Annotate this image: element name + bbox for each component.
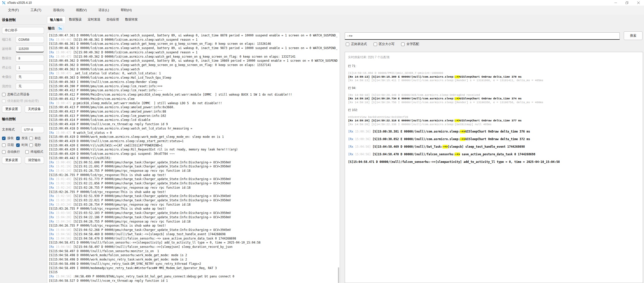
search-results-panel[interactable]: 实时搜索结果: 找到 7 个匹配项 行 71:[S]14:59:15.056 D…	[345, 52, 643, 283]
checkbox-label: 日期	[7, 143, 14, 147]
field-value-波特率[interactable]: 115200	[16, 46, 44, 52]
field-value-停止位[interactable]: 1	[16, 64, 44, 71]
search-summary: 实时搜索结果: 找到 7 个匹配项	[348, 55, 640, 59]
text-format-select[interactable]: UTF-8	[21, 126, 44, 133]
rx-tag: [Rx	[49, 182, 56, 185]
rx-time: 15:02:50]	[56, 194, 73, 198]
menu-item-视图(V)[interactable]: 视图(V)	[73, 7, 90, 13]
rx-time: 15:03:20]	[56, 199, 73, 202]
tab-定时发送[interactable]: 定时发送	[85, 16, 103, 23]
checkbox-接收[interactable]: 接收	[2, 136, 16, 140]
log-text: [S]15:04:58.497 D 00000/(null)/falcon_se…	[73, 245, 233, 249]
rx-tag: [Rx	[348, 145, 355, 148]
menu-item-选项(O)[interactable]: 选项(O)	[50, 7, 67, 13]
restore-button[interactable]	[621, 0, 633, 6]
log-line: [Rx 15:00:49] [S]15:00:51.608 P 00000/pm…	[49, 160, 340, 165]
close-button[interactable]	[633, 0, 644, 6]
checkbox-区分大小写[interactable]: 区分大小写	[374, 42, 395, 46]
match-highlight: -+>	[455, 97, 460, 100]
tab-数据转发[interactable]: 数据转发	[122, 16, 141, 23]
rx-time: 15:04:20]	[56, 215, 73, 219]
more-output-settings-button[interactable]: 更多设置	[2, 157, 21, 164]
plot-toggle-button[interactable]	[57, 25, 63, 31]
rx-tag: [Rx	[348, 137, 355, 141]
divider	[2, 24, 46, 25]
field-value-流控位[interactable]: 无	[16, 83, 44, 90]
menu-item-文件(F)[interactable]: 文件(F)	[5, 7, 22, 13]
checkbox-正则表达式[interactable]: 正则表达式	[346, 42, 367, 46]
checkbox-全字匹配[interactable]: 全字匹配	[401, 42, 419, 46]
context-line: [Rx 14:59:13] [S]14:59:15.411 I 00000/(n…	[348, 79, 640, 82]
search-query-text: -+>	[347, 34, 353, 38]
log-line: [S]15:04:58.499 I 00000/modemadp/sync_re…	[49, 266, 340, 270]
log-line: [S]15:04:58.498 D 00000/(null)/sync_retr…	[49, 262, 340, 266]
log-line: [S]15	[49, 270, 340, 274]
checkbox-忽略已占用设备[interactable]: 忽略已占用设备	[2, 92, 46, 97]
checkbox-label: 时间	[21, 143, 28, 147]
checkbox-终端模式[interactable]: 终端模式	[25, 150, 43, 154]
checkbox-box	[16, 143, 20, 147]
log-text: [S]15:00:49.362 D 00000/lcd/com.asrmicro…	[73, 51, 198, 54]
checkbox-box	[401, 42, 405, 46]
menu-item-工具(T)[interactable]: 工具(T)	[28, 7, 44, 13]
log-text: [S]15:00:49.418 D 00000/lcd/com.asrmicro…	[49, 127, 192, 130]
match-highlight: -+>	[460, 130, 465, 133]
match-post: UISleepChart OnDraw delta_time 377 ms	[460, 119, 521, 122]
tab-输入输出[interactable]: 输入输出	[47, 16, 66, 23]
close-device-button[interactable]: 关闭设备	[25, 105, 44, 113]
log-text: [S]15:03:26.755 P 00000/lcd/rpc_response…	[49, 207, 166, 210]
matched-line: [Rx 14:59:13] [S]14:59:15.389 E 00000/(n…	[348, 75, 640, 79]
rx-time: 15:04:56]	[355, 145, 373, 148]
checkbox-优化帧处理 (粘包处理)[interactable]: 优化帧处理 (粘包处理)	[2, 99, 46, 103]
log-line: [S]15:00:49.420 D 00000/lcd/com.asrmicro…	[49, 152, 340, 156]
log-scrollbar[interactable]	[338, 267, 339, 283]
checkbox-标志[interactable]: 标志	[29, 136, 41, 140]
field-row-停止位: 停止位1	[2, 64, 44, 71]
field-value-奇偶位[interactable]: 无	[16, 74, 44, 80]
log-text: [S]15:04:58.471 D 00000/(null)/falcon_se…	[49, 241, 261, 244]
field-value-端口名[interactable]: COM58	[16, 36, 44, 43]
rx-tag: [Rx	[49, 186, 56, 189]
more-settings-button[interactable]: 更多设置	[2, 105, 21, 113]
search-button[interactable]: 搜索	[624, 31, 642, 40]
serial-log-output[interactable]: [S]15:00:47.361 D 00000/lcd/com.asrmicro…	[47, 32, 340, 283]
log-line: [Rx 15:00:47] [S]15:00:49.362 D 00000/lc…	[49, 50, 340, 55]
menu-item-语言(L)[interactable]: 语言(L)	[95, 7, 112, 13]
device-type-select[interactable]: 串口助手	[2, 27, 44, 34]
match-pre: [S]15:04:58.469 D 00000/(null)/Swt_Task:	[373, 145, 443, 148]
menu-item-帮助(H)[interactable]: 帮助(H)	[118, 7, 135, 13]
log-line: [Rx 15:02:50] [S]15:02:51.939 P 00000/pm…	[49, 194, 340, 198]
log-text: [S]15:03:52.103 P 00000/pmu/charge_task:…	[73, 211, 231, 215]
rx-tag: [Rx	[49, 177, 56, 181]
checkbox-时间[interactable]: 时间	[16, 143, 29, 147]
checkbox-label: 发送	[21, 136, 28, 140]
log-line: [Rx 15:00:47] p:pmic816_sleep_module_set…	[49, 101, 340, 105]
field-row-奇偶位: 奇偶位无	[2, 74, 44, 80]
minimize-button[interactable]	[610, 0, 621, 6]
log-line: [S]15:04:58.498 D 00000/work_mode/sync_r…	[49, 257, 340, 262]
match-pre: [Rx 14:59:18] [S]14:59:20.734 E 00000/(n…	[348, 97, 455, 100]
rx-tag: [Rx	[49, 72, 56, 75]
context-line: [S]14:59:15.056 D 00000/PMIC/pmic_SEVER_…	[348, 71, 640, 75]
rx-tag: [Rx	[49, 38, 56, 41]
checkbox-发送[interactable]: 发送	[16, 136, 29, 140]
log-line: [Rx 15:04:56] [S]15:04:58.497 D 00000/(n…	[49, 245, 340, 249]
clear-output-button[interactable]: 清空输出	[25, 157, 44, 164]
checkbox-日期[interactable]: 日期	[2, 143, 16, 147]
checkbox-毫秒[interactable]: 毫秒	[29, 143, 41, 147]
match-post: save_active_posture_data_task 0 17442686…	[460, 153, 535, 156]
tab-数据预设[interactable]: 数据预设	[66, 16, 84, 23]
match-pre: [S]15:00:38.381 E 00000/(null)/com.asrmi…	[373, 130, 460, 133]
rx-tag: [Rx	[49, 55, 56, 58]
field-value-数据位[interactable]: 8	[16, 55, 44, 62]
checkbox-自动换行[interactable]: 自动换行	[2, 150, 25, 154]
rx-time: 15:04:50]	[56, 228, 73, 232]
log-line: [Rx 15:04:24] [S]15:04:26.755 P 00000/pm…	[49, 220, 340, 224]
log-line: [S]15:04:58.497 D 00000/(null)/falcon_se…	[49, 249, 340, 253]
rx-time: 15:00:47]	[56, 101, 73, 105]
log-line: [S]15:04:58.498 D 00000/work_mode/falcon…	[49, 253, 340, 257]
rx-time: 15:03:50]	[56, 211, 73, 215]
tab-自动应答[interactable]: 自动应答	[104, 16, 122, 23]
rx-time: 15:04:56]	[56, 275, 73, 278]
search-input[interactable]: -+>	[345, 32, 620, 40]
